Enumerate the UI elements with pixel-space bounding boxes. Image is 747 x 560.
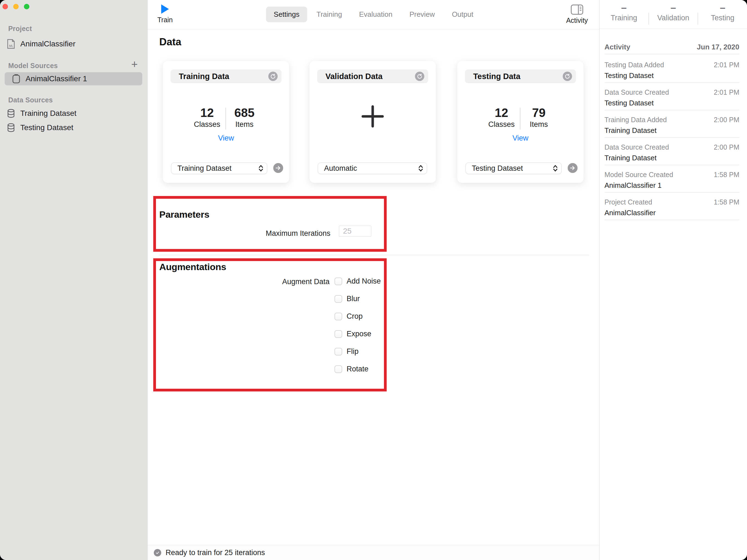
classes-count: 12 — [190, 106, 224, 120]
crop-checkbox[interactable] — [335, 313, 342, 320]
divider — [604, 137, 739, 138]
activity-entry-name: Testing Dataset — [604, 99, 654, 107]
tab-output[interactable]: Output — [444, 7, 481, 22]
metric-value: – — [670, 3, 676, 12]
activity-panel-icon — [571, 4, 583, 15]
ml-document-icon: ML — [5, 39, 17, 49]
sidebar-item-label: Testing Dataset — [20, 123, 73, 132]
open-data-source-button[interactable] — [568, 163, 577, 173]
activity-entry-name: Training Dataset — [604, 126, 656, 135]
page-title: Data — [159, 36, 181, 48]
activity-toggle-button[interactable]: Activity — [562, 3, 592, 24]
train-button[interactable]: Train — [150, 3, 180, 24]
activity-entry-title: Training Data Added — [604, 116, 667, 124]
arrow-right-icon — [570, 165, 576, 171]
training-data-dropdown[interactable]: Training Dataset — [171, 162, 267, 174]
metric-value: – — [720, 3, 725, 12]
sidebar: Project ML AnimalClassifier Model Source… — [0, 0, 148, 560]
max-iterations-input[interactable] — [339, 225, 371, 237]
add-noise-checkbox[interactable] — [335, 277, 342, 285]
refresh-icon[interactable] — [268, 72, 278, 81]
sidebar-item-label: AnimalClassifier — [20, 39, 76, 48]
arrow-right-icon — [275, 165, 281, 171]
items-label: Items — [517, 120, 561, 129]
parameters-section-annotation: Parameters Maximum Iterations — [153, 196, 387, 252]
rotate-checkbox[interactable] — [335, 365, 342, 373]
stepper-icon — [258, 164, 264, 172]
items-label: Items — [223, 120, 266, 129]
divider — [604, 54, 739, 54]
metric-label: Validation — [657, 14, 689, 22]
train-button-label: Train — [150, 16, 180, 24]
checkbox-label: Rotate — [346, 365, 368, 373]
augmentation-option-row: Add Noise — [335, 277, 381, 286]
section-divider — [159, 255, 589, 255]
tab-preview[interactable]: Preview — [402, 7, 442, 22]
zoom-window-button[interactable] — [24, 4, 29, 9]
app-window: Project ML AnimalClassifier Model Source… — [0, 0, 747, 560]
play-icon — [161, 4, 169, 14]
view-link[interactable]: View — [204, 134, 248, 142]
augmentations-heading: Augmentations — [159, 262, 226, 272]
open-data-source-button[interactable] — [273, 163, 283, 173]
database-icon — [5, 123, 17, 132]
augmentations-section-annotation: Augmentations Augment Data Add Noise Blu… — [153, 258, 387, 392]
activity-button-label: Activity — [562, 17, 592, 24]
sidebar-item-testing-dataset[interactable]: Testing Dataset — [5, 121, 142, 134]
sidebar-item-label: Training Dataset — [20, 109, 76, 118]
view-link[interactable]: View — [498, 134, 542, 142]
checkbox-label: Add Noise — [346, 277, 381, 286]
testing-data-dropdown[interactable]: Testing Dataset — [465, 162, 562, 174]
add-validation-data-button[interactable] — [310, 105, 436, 129]
metric-label: Training — [611, 14, 638, 22]
parameters-heading: Parameters — [159, 209, 209, 220]
items-count: 79 — [522, 106, 555, 120]
activity-entry-time: 1:58 PM — [714, 171, 739, 179]
testing-data-card: Testing Data 12 Classes 79 Items View Te… — [457, 61, 584, 183]
minimize-window-button[interactable] — [13, 4, 19, 9]
augment-data-label: Augment Data — [233, 277, 330, 286]
items-count: 685 — [228, 106, 261, 120]
metric-training: – Training — [599, 0, 648, 29]
activity-entry-time: 2:01 PM — [714, 61, 739, 69]
card-title: Training Data — [179, 72, 268, 81]
refresh-icon[interactable] — [415, 72, 424, 81]
tab-evaluation[interactable]: Evaluation — [351, 7, 400, 22]
augmentation-option-row: Blur — [335, 295, 360, 303]
sidebar-item-animalclassifier[interactable]: ML AnimalClassifier — [5, 37, 142, 51]
activity-entry-name: AnimalClassifier 1 — [604, 181, 662, 190]
divider — [604, 165, 739, 165]
validation-data-card: Validation Data Automatic — [310, 61, 436, 183]
activity-log-date: Jun 17, 2020 — [697, 43, 739, 51]
expose-checkbox[interactable] — [335, 330, 342, 338]
classes-count: 12 — [485, 106, 518, 120]
close-window-button[interactable] — [2, 4, 8, 9]
metric-value: – — [621, 3, 627, 12]
training-data-card: Training Data 12 Classes 685 Items View … — [163, 61, 289, 183]
flip-checkbox[interactable] — [335, 348, 342, 355]
sidebar-item-training-dataset[interactable]: Training Dataset — [5, 107, 142, 120]
activity-entry-time: 2:00 PM — [714, 143, 739, 151]
card-title: Testing Data — [473, 72, 563, 81]
main-area: Train Settings Training Evaluation Previ… — [148, 0, 599, 560]
activity-entry-title: Project Created — [604, 198, 652, 206]
activity-entry-title: Data Source Created — [604, 88, 669, 96]
refresh-icon[interactable] — [563, 72, 572, 81]
dropdown-value: Training Dataset — [177, 164, 258, 173]
status-message: Ready to train for 25 iterations — [165, 549, 265, 557]
divider — [604, 110, 739, 110]
tab-training[interactable]: Training — [309, 7, 350, 22]
add-model-source-button[interactable]: + — [131, 60, 137, 69]
divider — [604, 82, 739, 83]
plus-icon — [361, 105, 384, 128]
validation-data-dropdown[interactable]: Automatic — [318, 162, 427, 174]
augmentation-option-row: Crop — [335, 312, 363, 321]
max-iterations-label: Maximum Iterations — [233, 229, 330, 238]
tab-settings[interactable]: Settings — [266, 7, 307, 22]
sidebar-section-model-sources: Model Sources — [8, 62, 58, 70]
sidebar-item-animalclassifier-1[interactable]: AnimalClassifier 1 — [5, 72, 142, 85]
blur-checkbox[interactable] — [335, 295, 342, 303]
metrics-summary: – Training – Validation – Testing — [599, 0, 747, 29]
sidebar-section-data-sources: Data Sources — [8, 96, 53, 104]
activity-entry-name: AnimalClassifier — [604, 209, 655, 217]
